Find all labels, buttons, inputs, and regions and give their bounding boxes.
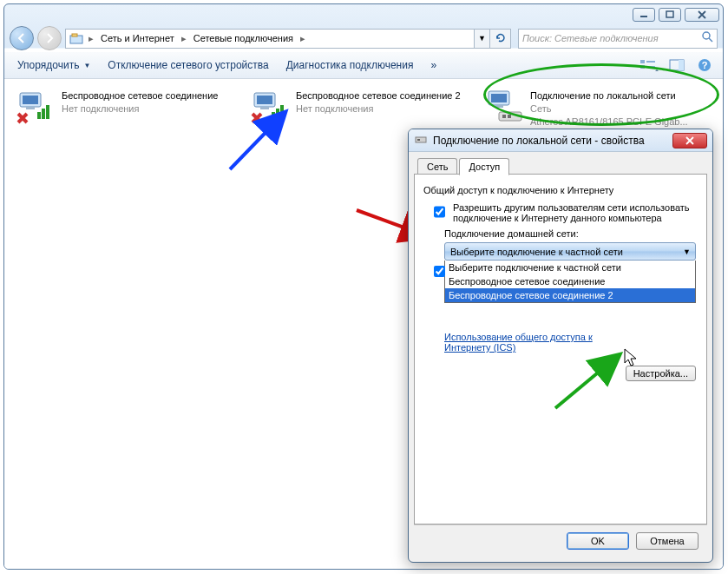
titlebar — [4, 4, 723, 25]
chevron-right-icon[interactable]: ▸ — [298, 33, 307, 44]
svg-rect-14 — [23, 96, 38, 104]
disable-device-button[interactable]: Отключение сетевого устройства — [102, 56, 274, 75]
connection-item-lan[interactable]: Подключение по локальной сети Сеть Ather… — [480, 86, 714, 132]
group-title: Общий доступ к подключению к Интернету — [423, 185, 698, 195]
wireless-disabled-icon — [15, 89, 56, 124]
dialog-button-row: OK Отмена — [414, 525, 707, 557]
organize-button[interactable]: Упорядочить▼ — [11, 56, 96, 75]
address-dropdown[interactable]: ▼ — [475, 29, 490, 49]
annotation-arrow-blue — [221, 107, 299, 176]
svg-rect-10 — [679, 60, 684, 70]
search-icon — [701, 30, 713, 46]
search-box[interactable]: Поиск: Сетевые подключения — [518, 29, 718, 49]
connection-status: Сеть — [530, 102, 688, 115]
back-button[interactable] — [10, 26, 34, 50]
combo-option[interactable]: Беспроводное сетевое соединение — [445, 274, 695, 288]
nav-row: ▸ Сеть и Интернет ▸ Сетевые подключения … — [4, 25, 723, 51]
svg-rect-30 — [508, 115, 511, 118]
svg-rect-1 — [666, 11, 673, 17]
svg-rect-27 — [495, 105, 503, 108]
connection-item[interactable]: Беспроводное сетевое соединение Нет подк… — [11, 86, 246, 132]
combo-option-highlighted[interactable]: Беспроводное сетевое соединение 2 — [445, 288, 695, 302]
svg-rect-31 — [416, 137, 426, 142]
dialog-titlebar: Подключение по локальной сети - свойства — [409, 129, 712, 152]
svg-rect-18 — [46, 105, 49, 119]
preview-pane-button[interactable] — [666, 56, 688, 75]
chevron-right-icon[interactable]: ▸ — [180, 33, 188, 44]
svg-rect-20 — [257, 96, 272, 104]
home-network-label: Подключение домашней сети: — [444, 228, 698, 239]
minimize-button[interactable] — [633, 8, 655, 22]
allow-manage-checkbox[interactable] — [434, 266, 445, 277]
allow-sharing-checkbox[interactable] — [434, 203, 445, 221]
tab-access[interactable]: Доступ — [459, 158, 509, 175]
home-network-combo[interactable]: Выберите подключение к частной сети — [444, 242, 696, 261]
connection-status: Нет подключения — [296, 102, 461, 115]
svg-rect-3 — [72, 34, 77, 36]
svg-rect-7 — [646, 61, 655, 63]
settings-button[interactable]: Настройка... — [626, 366, 696, 381]
combo-option[interactable]: Выберите подключение к частной сети — [445, 261, 695, 274]
forward-button[interactable] — [37, 26, 62, 50]
allow-sharing-label: Разрешить другим пользователям сети испо… — [453, 202, 698, 223]
svg-rect-6 — [640, 65, 645, 69]
svg-rect-5 — [640, 60, 645, 63]
svg-text:?: ? — [702, 60, 708, 70]
search-placeholder: Поиск: Сетевые подключения — [522, 33, 659, 43]
dialog-title: Подключение по локальной сети - свойства — [433, 135, 667, 147]
refresh-button[interactable] — [490, 29, 511, 49]
address-bar-wrap: ▸ Сеть и Интернет ▸ Сетевые подключения … — [65, 29, 511, 49]
help-button[interactable]: ? — [693, 56, 716, 75]
svg-rect-16 — [37, 112, 41, 119]
lan-icon — [483, 89, 525, 124]
view-button[interactable] — [638, 56, 660, 75]
properties-dialog: Подключение по локальной сети - свойства… — [408, 129, 713, 563]
svg-point-4 — [703, 32, 710, 39]
tab-strip: Сеть Доступ — [414, 157, 707, 175]
maximize-button[interactable] — [659, 8, 681, 22]
cancel-button[interactable]: Отмена — [636, 532, 698, 550]
tab-network[interactable]: Сеть — [417, 158, 457, 175]
dialog-close-button[interactable] — [672, 133, 707, 148]
diagnose-button[interactable]: Диагностика подключения — [280, 56, 420, 75]
svg-rect-32 — [417, 139, 420, 141]
breadcrumb-seg-1[interactable]: Сеть и Интернет — [99, 33, 176, 43]
connection-name: Беспроводное сетевое соединение — [62, 89, 218, 102]
toolbar: Упорядочить▼ Отключение сетевого устройс… — [4, 51, 723, 79]
connection-status: Нет подключения — [62, 102, 218, 115]
connection-name: Беспроводное сетевое соединение 2 — [296, 89, 461, 102]
svg-rect-29 — [502, 115, 506, 118]
svg-rect-0 — [640, 16, 647, 17]
svg-rect-17 — [42, 109, 45, 119]
address-bar[interactable]: ▸ Сеть и Интернет ▸ Сетевые подключения … — [65, 29, 475, 49]
chevron-right-icon[interactable]: ▸ — [87, 33, 95, 44]
breadcrumb-seg-2[interactable]: Сетевые подключения — [192, 33, 295, 43]
combo-dropdown-list: Выберите подключение к частной сети Бесп… — [444, 261, 696, 303]
network-folder-icon — [69, 31, 83, 45]
connection-name: Подключение по локальной сети — [530, 89, 688, 102]
svg-rect-15 — [26, 107, 35, 109]
ok-button[interactable]: OK — [567, 532, 629, 550]
svg-rect-8 — [646, 66, 655, 68]
svg-rect-26 — [491, 94, 507, 102]
adapter-icon — [414, 132, 428, 148]
toolbar-overflow[interactable]: » — [424, 56, 443, 75]
connection-device: Atheros AR8161/8165 PCI-E Gigab... — [530, 115, 688, 129]
close-button[interactable] — [685, 8, 719, 22]
annotation-arrow-green — [547, 347, 633, 417]
